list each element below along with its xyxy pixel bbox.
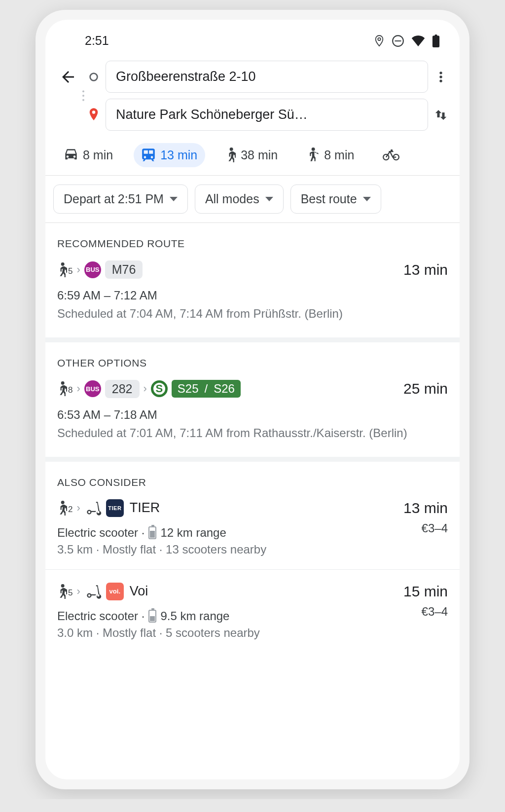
mode-tab-walking[interactable]: 38 min [218,143,286,167]
walk-segment: 8 [57,381,72,396]
svg-rect-3 [433,36,439,47]
filter-row: Depart at 2:51 PM All modes Best route [45,176,460,223]
svg-point-19 [61,381,65,385]
dnd-icon [392,35,404,47]
route-duration: 15 min [403,583,448,600]
sbahn-line-1: S25 [172,380,205,398]
walk-segment: 5 [57,262,72,277]
chevron-icon: › [76,502,80,515]
walk-minutes: 2 [68,505,72,515]
route-voi[interactable]: 5 › voi. Voi 15 min Electric scooter · 9… [45,570,460,653]
route-duration: 13 min [403,500,448,517]
section-also: ALSO CONSIDER [45,462,460,499]
svg-point-9 [82,90,84,92]
svg-point-8 [439,79,442,82]
svg-point-5 [90,73,98,80]
bus-line-badge: 282 [105,380,140,398]
destination-marker-icon [85,108,103,122]
mode-rideshare-duration: 8 min [324,148,354,162]
price-estimate: €3–4 [422,521,448,535]
walk-segment: 2 [57,501,72,516]
walk-icon [57,501,67,516]
mode-tab-driving[interactable]: 8 min [56,143,121,167]
route-other-1[interactable]: 8 › BUS 282 › S S25/S26 25 min 6:53 AM –… [45,380,460,462]
scooter-range: 9.5 km range [160,609,229,623]
chevron-icon: › [76,382,80,395]
sbahn-line-2: S26 [208,380,241,398]
time-window: 6:59 AM – 7:12 AM [57,289,448,302]
section-other: OTHER OPTIONS [45,342,460,380]
walk-icon [57,381,67,396]
scooter-info: Electric scooter · 9.5 km range [57,609,229,623]
overflow-menu-button[interactable] [431,70,451,84]
svg-point-17 [391,149,393,152]
svg-point-11 [82,99,84,101]
origin-field[interactable]: Großbeerenstraße 2-10 [106,61,428,93]
modes-filter-chip[interactable]: All modes [195,185,284,214]
voi-logo-icon: voi. [106,583,124,600]
brand-name: Voi [130,584,148,599]
swap-button[interactable] [431,108,451,122]
directions-header: Großbeerenstraße 2-10 Nature Park Schöne… [45,57,460,134]
status-icons [374,35,440,47]
origin-marker-icon [85,72,103,82]
route-recommended[interactable]: 5 › BUS M76 13 min 6:59 AM – 7:12 AM Sch… [45,260,460,342]
mode-tab-cycling[interactable] [375,144,412,166]
travel-mode-tabs: 8 min 13 min 38 min 8 min [45,134,460,175]
time-window: 6:53 AM – 7:18 AM [57,408,448,422]
status-bar: 2:51 [45,20,460,57]
scooter-icon [84,584,102,599]
svg-point-0 [378,37,381,40]
mode-walk-duration: 38 min [241,148,278,162]
svg-point-13 [230,148,233,151]
depart-time-chip[interactable]: Depart at 2:51 PM [53,185,188,214]
route-meta: 3.0 km · Mostly flat · 5 scooters nearby [57,626,448,640]
chevron-icon: › [144,382,147,395]
brand-name: TIER [130,500,160,516]
svg-rect-4 [435,35,437,37]
route-tier[interactable]: 2 › TIER TIER 13 min Electric scooter · … [45,499,460,570]
svg-point-7 [439,75,442,78]
sbahn-icon: S [151,380,168,397]
bus-icon: BUS [84,261,101,278]
walk-minutes: 8 [68,385,72,395]
location-icon [374,35,385,47]
schedule-info: Scheduled at 7:04 AM, 7:14 AM from Prühß… [57,305,448,323]
chevron-icon: › [76,585,80,598]
destination-field[interactable]: Nature Park Schöneberger Sü… [106,99,428,131]
scooter-icon [84,501,102,516]
bus-line-badge: M76 [105,260,143,279]
mode-transit-duration: 13 min [160,148,197,162]
tier-logo-icon: TIER [106,499,124,517]
wifi-icon [411,36,425,46]
route-duration: 25 min [403,380,448,397]
sort-chip[interactable]: Best route [290,185,381,214]
svg-point-6 [439,72,442,74]
mode-car-duration: 8 min [83,148,113,162]
section-recommended: RECOMMENDED ROUTE [45,223,460,260]
walk-minutes: 5 [68,266,72,276]
route-meta: 3.5 km · Mostly flat · 13 scooters nearb… [57,543,448,556]
svg-point-21 [61,584,65,588]
walk-icon [57,262,67,277]
svg-point-10 [82,95,84,97]
scooter-info: Electric scooter · 12 km range [57,526,226,540]
chevron-icon: › [76,263,80,276]
mode-tab-transit[interactable]: 13 min [134,143,205,167]
svg-point-14 [312,148,315,151]
svg-point-20 [61,501,65,504]
modes-label: All modes [205,192,259,206]
schedule-info: Scheduled at 7:01 AM, 7:11 AM from Ratha… [57,425,448,442]
back-button[interactable] [54,68,82,86]
status-time: 2:51 [85,34,109,48]
walk-segment: 5 [57,584,72,599]
battery-icon [148,526,156,539]
walk-minutes: 5 [68,588,72,598]
svg-point-18 [61,262,65,266]
sort-label: Best route [301,192,357,206]
scooter-range: 12 km range [160,526,226,540]
mode-tab-rideshare[interactable]: 8 min [298,143,362,167]
battery-icon [148,610,156,623]
bus-icon: BUS [84,380,101,397]
sbahn-lines-badge: S25/S26 [172,380,241,398]
